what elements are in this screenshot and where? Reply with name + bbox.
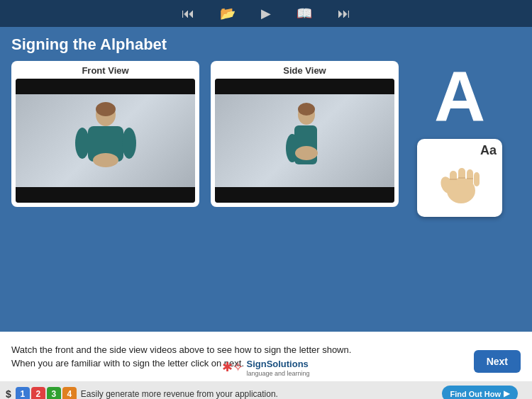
svg-point-1 xyxy=(96,102,116,116)
skip-forward-icon[interactable]: ⏭ xyxy=(338,6,350,21)
front-view-video[interactable] xyxy=(16,79,195,203)
chevron-right-icon: ▶ xyxy=(504,389,509,398)
ad-num-2: 2 xyxy=(31,387,45,400)
side-view-panel: Side View xyxy=(211,61,399,207)
find-out-label: Find Out How xyxy=(450,390,501,398)
ad-num-3: 3 xyxy=(47,387,61,400)
front-view-label: Front View xyxy=(16,65,195,76)
instruction-line2: When you are familiar with to sign the l… xyxy=(11,358,244,369)
svg-point-3 xyxy=(75,128,89,159)
book-icon[interactable]: 📖 xyxy=(297,6,312,21)
ad-numbers: 1 2 3 4 xyxy=(16,387,77,400)
play-icon[interactable]: ▶ xyxy=(261,6,271,21)
svg-rect-15 xyxy=(467,169,473,186)
video-black-top xyxy=(16,79,195,94)
video-black-bottom xyxy=(16,187,195,203)
side-video-content xyxy=(215,94,394,187)
main-content: Signing the Alphabet Front View xyxy=(0,27,532,332)
video-black-top2 xyxy=(215,79,394,94)
bottom-panel: Watch the front and the side view videos… xyxy=(0,332,532,381)
big-letter: A xyxy=(434,61,485,132)
svg-point-9 xyxy=(286,134,299,162)
sign-card: Aa xyxy=(417,139,502,217)
logo-tagline: language and learning xyxy=(246,370,309,377)
sign-card-label: Aa xyxy=(480,143,497,158)
svg-point-5 xyxy=(93,153,118,167)
svg-rect-13 xyxy=(450,171,457,186)
svg-point-7 xyxy=(298,103,315,116)
folder-icon[interactable]: 📂 xyxy=(220,6,235,21)
ad-num-1: 1 xyxy=(16,387,30,400)
find-out-how-button[interactable]: Find Out How ▶ xyxy=(442,386,518,399)
svg-rect-16 xyxy=(474,172,480,186)
svg-point-10 xyxy=(295,146,318,160)
side-person-svg xyxy=(277,102,333,180)
side-view-video[interactable] xyxy=(215,79,394,203)
front-video-content xyxy=(16,94,195,187)
logo-text-block: SignSolutions language and learning xyxy=(246,357,309,377)
logo-symbol: ✱✧ xyxy=(222,359,243,375)
front-person-svg xyxy=(74,102,138,180)
toolbar: ⏮ 📂 ▶ 📖 ⏭ xyxy=(0,0,532,27)
instruction-line1: Watch the front and the side view videos… xyxy=(11,344,351,355)
ad-num-4: 4 xyxy=(62,387,77,400)
front-view-panel: Front View xyxy=(11,61,199,207)
ad-bar: $ 1 2 3 4 Easily generate more revenue f… xyxy=(0,381,532,399)
video-row: Front View xyxy=(11,61,521,217)
svg-point-4 xyxy=(122,128,136,159)
side-view-label: Side View xyxy=(215,65,394,76)
logo-name: SignSolutions xyxy=(246,359,308,369)
sign-solutions-logo: ✱✧ SignSolutions language and learning xyxy=(222,357,309,377)
hand-sign-icon xyxy=(431,152,488,205)
letter-side-panel: A Aa xyxy=(410,61,509,217)
page-title: Signing the Alphabet xyxy=(11,35,521,54)
video-black-bottom2 xyxy=(215,187,394,203)
next-button[interactable]: Next xyxy=(474,350,521,373)
svg-rect-14 xyxy=(458,168,465,186)
ad-dollar: $ xyxy=(6,388,11,400)
skip-back-icon[interactable]: ⏮ xyxy=(182,6,194,21)
